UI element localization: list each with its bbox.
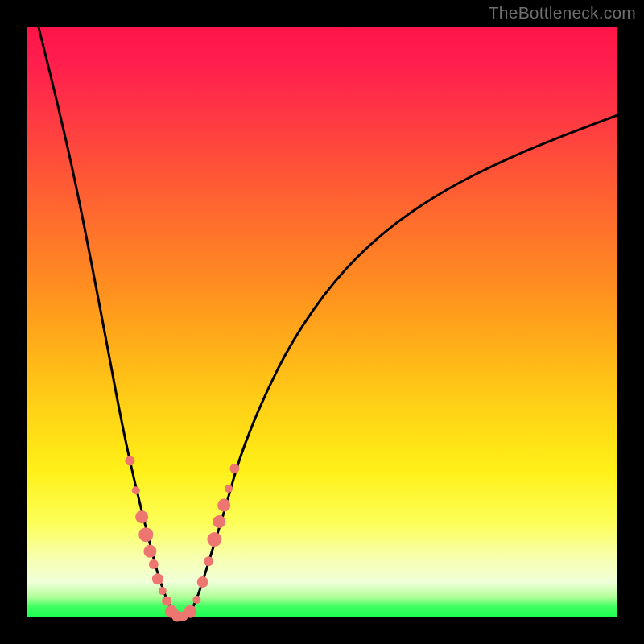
data-marker xyxy=(135,510,148,523)
data-marker xyxy=(217,499,230,512)
data-marker xyxy=(125,456,134,466)
chart-frame: TheBottleneck.com xyxy=(0,0,644,644)
data-marker xyxy=(149,559,159,569)
data-marker xyxy=(197,576,208,588)
data-marker xyxy=(225,485,233,493)
data-marker xyxy=(192,596,200,604)
data-marker xyxy=(138,527,153,542)
data-marker xyxy=(143,545,156,558)
data-marker xyxy=(229,464,239,473)
data-marker xyxy=(207,532,221,547)
data-marker xyxy=(132,486,140,494)
data-marker xyxy=(184,605,196,618)
plot-area xyxy=(27,27,617,617)
data-marker xyxy=(159,587,167,595)
data-marker xyxy=(213,515,225,528)
data-markers xyxy=(125,456,239,622)
watermark-text: TheBottleneck.com xyxy=(489,3,636,23)
data-marker xyxy=(162,596,171,605)
chart-svg xyxy=(27,27,617,617)
data-marker xyxy=(204,556,213,566)
bottleneck-curve xyxy=(39,27,617,617)
data-marker xyxy=(152,573,163,584)
